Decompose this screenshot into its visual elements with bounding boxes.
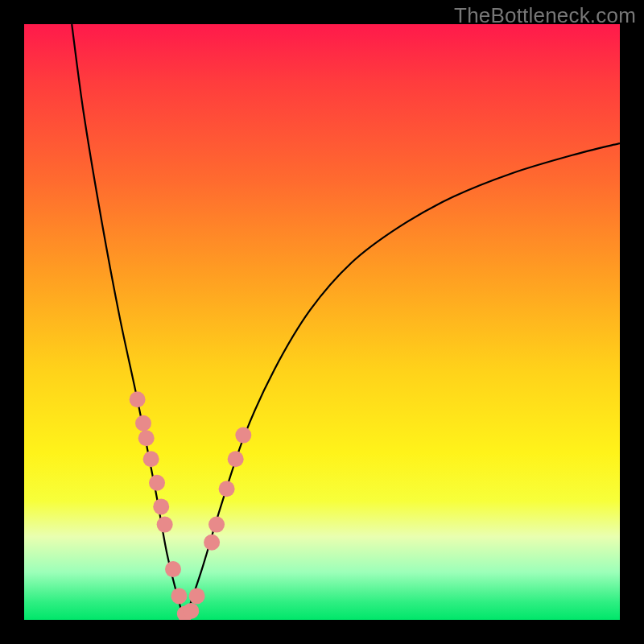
sample-dot xyxy=(228,451,244,467)
sample-dot xyxy=(138,430,155,446)
sample-dot xyxy=(183,603,199,619)
sample-dot xyxy=(235,427,251,444)
bottleneck-curve xyxy=(72,24,620,620)
sample-dot xyxy=(130,391,146,407)
sample-dot xyxy=(153,498,169,514)
curve-layer xyxy=(24,24,620,620)
sample-dot xyxy=(165,561,181,577)
plot-area xyxy=(24,24,620,620)
sample-dot xyxy=(189,588,205,604)
dots-group xyxy=(130,391,252,620)
sample-dot xyxy=(208,517,225,533)
chart-frame: TheBottleneck.com xyxy=(0,0,644,644)
sample-dot xyxy=(135,415,151,431)
sample-dot xyxy=(143,451,159,467)
sample-dot xyxy=(219,481,235,497)
sample-dot xyxy=(149,475,165,491)
sample-dot xyxy=(171,588,187,604)
sample-dot xyxy=(157,517,173,533)
sample-dot xyxy=(204,535,220,551)
